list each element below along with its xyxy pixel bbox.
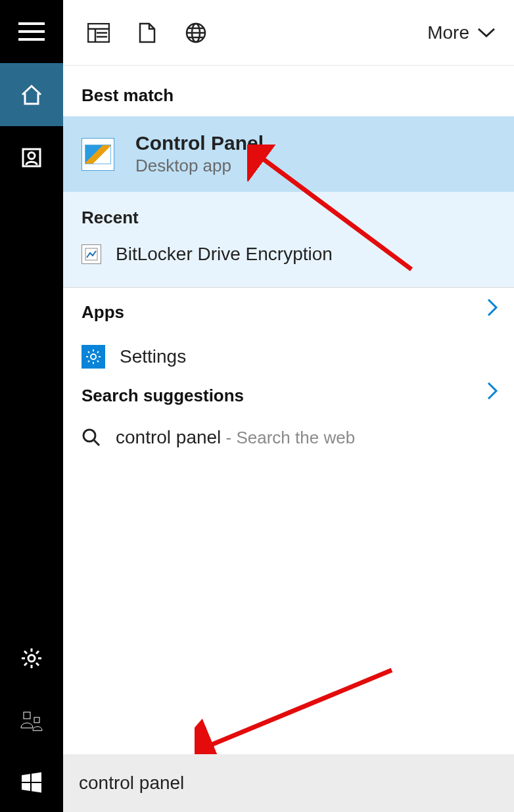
settings-button[interactable] <box>0 627 63 690</box>
search-input[interactable] <box>79 773 498 794</box>
recent-item-label: BitLocker Drive Encryption <box>116 244 333 265</box>
nav-rail <box>0 0 63 812</box>
svg-rect-7 <box>34 717 39 723</box>
contacts-button[interactable] <box>0 126 63 189</box>
web-filter-icon <box>185 22 206 43</box>
people-icon <box>20 710 43 733</box>
chevron-right-icon <box>486 298 498 321</box>
recent-section: Recent BitLocker Drive Encryption <box>63 192 514 288</box>
chevron-down-icon <box>477 28 496 38</box>
suggestion-item-web[interactable]: control panel - Search the web <box>63 415 514 448</box>
hamburger-icon <box>18 22 45 41</box>
suggestions-header: Search suggestions <box>63 371 244 415</box>
contact-card-icon <box>20 147 43 169</box>
best-match-title: Control Panel <box>135 132 264 154</box>
annotation-arrow <box>195 664 398 754</box>
home-button[interactable] <box>0 63 63 126</box>
filter-bar: More <box>63 0 514 66</box>
apps-filter-icon <box>87 23 110 43</box>
recent-header: Recent <box>63 192 514 244</box>
home-icon <box>20 83 43 106</box>
windows-icon <box>20 771 43 794</box>
best-match-header: Best match <box>63 66 514 116</box>
svg-rect-6 <box>24 712 30 719</box>
svg-point-19 <box>91 354 96 359</box>
gear-icon <box>20 646 43 670</box>
filter-documents-button[interactable] <box>135 21 159 45</box>
svg-point-5 <box>28 655 35 662</box>
control-panel-icon <box>82 138 114 171</box>
svg-line-23 <box>204 670 392 748</box>
start-button[interactable] <box>0 753 63 812</box>
apps-header-row[interactable]: Apps <box>63 288 514 332</box>
main-panel: More Best match Control Panel Desktop ap… <box>63 0 514 812</box>
best-match-result[interactable]: Control Panel Desktop app <box>63 116 514 192</box>
recent-item-bitlocker[interactable]: BitLocker Drive Encryption <box>63 244 514 270</box>
filter-web-button[interactable] <box>184 21 208 45</box>
svg-point-4 <box>28 152 35 159</box>
svg-line-21 <box>94 440 99 445</box>
chevron-right-icon <box>486 382 498 405</box>
settings-app-icon <box>82 345 105 369</box>
filter-apps-button[interactable] <box>87 21 110 45</box>
more-filters-button[interactable]: More <box>427 22 496 43</box>
apps-header: Apps <box>63 288 124 332</box>
suggestion-label: control panel <box>116 427 221 447</box>
more-label: More <box>427 22 469 43</box>
search-icon <box>82 428 101 447</box>
hamburger-button[interactable] <box>0 0 63 63</box>
bitlocker-icon <box>82 244 101 264</box>
best-match-subtitle: Desktop app <box>135 156 264 176</box>
suggestion-suffix: - Search the web <box>221 428 355 447</box>
search-bar[interactable] <box>63 754 514 812</box>
document-filter-icon <box>139 22 156 43</box>
results-area: Best match Control Panel Desktop app Rec… <box>63 66 514 754</box>
app-item-settings[interactable]: Settings <box>63 332 514 371</box>
feedback-button[interactable] <box>0 690 63 753</box>
app-item-label: Settings <box>120 346 186 367</box>
suggestions-header-row[interactable]: Search suggestions <box>63 371 514 415</box>
svg-point-20 <box>83 430 95 441</box>
